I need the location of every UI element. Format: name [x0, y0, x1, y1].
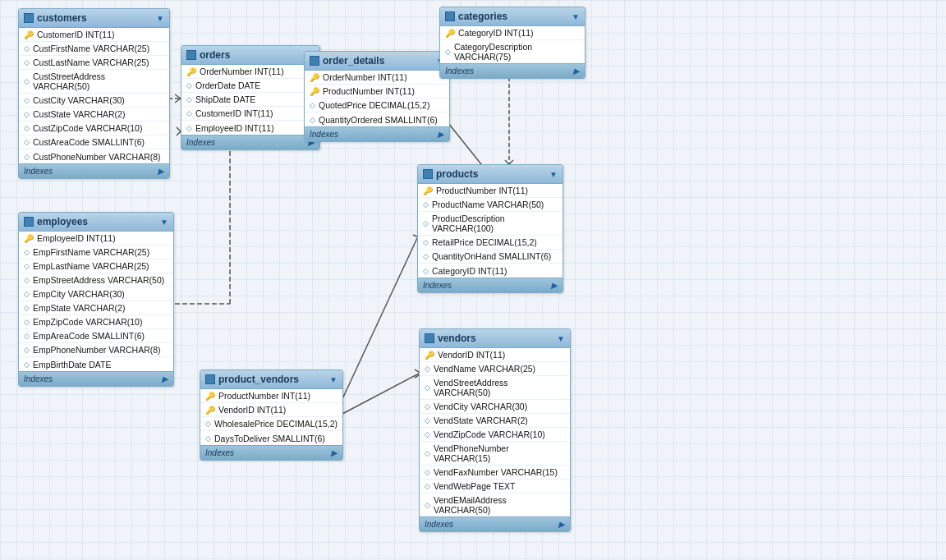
field-text: ProductNumber INT(11)	[323, 86, 415, 96]
field-text: EmpLastName VARCHAR(25)	[33, 261, 149, 271]
diamond-icon: ◇	[24, 153, 30, 161]
table-fields-employees: 🔑 EmployeeID INT(11) ◇ EmpFirstName VARC…	[19, 232, 173, 371]
indexes-bar-order-details[interactable]: Indexes ▶	[305, 126, 449, 141]
field-text: ProductDescription VARCHAR(100)	[432, 213, 558, 233]
table-fields-vendors: 🔑 VendorID INT(11) ◇ VendName VARCHAR(25…	[420, 348, 570, 516]
field-row: ◇ EmpStreetAddress VARCHAR(50)	[19, 273, 173, 287]
svg-line-1	[175, 94, 181, 99]
indexes-arrow: ▶	[573, 67, 580, 76]
table-arrow-vendors[interactable]: ▼	[557, 334, 565, 343]
field-text: EmpCity VARCHAR(30)	[33, 289, 125, 299]
key-icon: 🔑	[310, 73, 319, 82]
indexes-bar-categories[interactable]: Indexes ▶	[440, 63, 585, 78]
field-row: 🔑 VendorID INT(11)	[200, 403, 342, 417]
diamond-icon: ◇	[423, 267, 429, 275]
field-text: QuantityOnHand SMALLINT(6)	[432, 251, 551, 261]
table-icon-product-vendors	[205, 374, 215, 384]
diamond-icon: ◇	[24, 346, 30, 354]
indexes-label: Indexes	[186, 138, 215, 147]
diamond-icon: ◇	[425, 482, 430, 490]
field-row: ◇ CustomerID INT(11)	[181, 107, 319, 121]
indexes-arrow: ▶	[438, 130, 444, 139]
diamond-icon: ◇	[24, 276, 30, 284]
table-name-customers: customers	[37, 12, 87, 24]
field-text: QuotedPrice DECIMAL(15,2)	[319, 100, 429, 110]
field-row: ◇ VendWebPage TEXT	[420, 480, 570, 493]
svg-line-27	[341, 374, 419, 415]
field-row: 🔑 EmployeeID INT(11)	[19, 232, 173, 246]
table-icon-customers	[24, 13, 34, 23]
field-text: ShipDate DATE	[195, 94, 255, 104]
indexes-bar-vendors[interactable]: Indexes ▶	[420, 516, 570, 531]
table-arrow-product-vendors[interactable]: ▼	[329, 375, 338, 384]
diamond-icon: ◇	[24, 96, 30, 104]
diamond-icon: ◇	[310, 101, 315, 109]
field-text: VendEMailAddress VARCHAR(50)	[434, 495, 565, 515]
field-text: VendCity VARCHAR(30)	[434, 402, 527, 411]
table-icon-employees	[24, 217, 34, 227]
field-row: ◇ ShipDate DATE	[181, 93, 319, 107]
field-row: ◇ VendEMailAddress VARCHAR(50)	[420, 493, 570, 516]
table-icon-vendors	[425, 333, 434, 343]
table-name-vendors: vendors	[438, 333, 476, 344]
field-text: VendState VARCHAR(2)	[434, 415, 528, 425]
indexes-bar-products[interactable]: Indexes ▶	[418, 278, 563, 292]
table-header-customers: customers ▼	[19, 9, 169, 28]
field-row: ◇ QuantityOrdered SMALLINT(6)	[305, 112, 449, 126]
diamond-icon: ◇	[24, 318, 30, 326]
diamond-icon: ◇	[310, 116, 315, 124]
field-row: 🔑 OrderNumber INT(11)	[181, 65, 319, 79]
field-row: ◇ QuantityOnHand SMALLINT(6)	[418, 250, 563, 264]
indexes-bar-customers[interactable]: Indexes ▶	[19, 163, 169, 178]
field-row: ◇ EmpBirthDate DATE	[19, 357, 173, 371]
field-row: ◇ CategoryID INT(11)	[418, 264, 563, 278]
diamond-icon: ◇	[24, 290, 30, 298]
field-row: ◇ CustCity VARCHAR(30)	[19, 94, 169, 108]
field-row: ◇ VendState VARCHAR(2)	[420, 414, 570, 428]
table-arrow-customers[interactable]: ▼	[156, 14, 164, 23]
table-arrow-products[interactable]: ▼	[549, 170, 558, 179]
table-arrow-categories[interactable]: ▼	[572, 12, 580, 21]
diamond-icon: ◇	[205, 420, 211, 428]
field-text: WholesalePrice DECIMAL(15,2)	[214, 419, 338, 429]
key-icon: 🔑	[423, 186, 433, 195]
table-name-categories: categories	[458, 11, 507, 22]
field-row: ◇ EmpPhoneNumber VARCHAR(8)	[19, 343, 173, 357]
table-fields-product-vendors: 🔑 ProductNumber INT(11) 🔑 VendorID INT(1…	[200, 389, 342, 445]
indexes-bar-product-vendors[interactable]: Indexes ▶	[200, 445, 342, 460]
table-products: products ▼ 🔑 ProductNumber INT(11) ◇ Pro…	[417, 164, 563, 293]
table-order-details: order_details ▼ 🔑 OrderNumber INT(11) 🔑 …	[304, 51, 450, 142]
field-row: ◇ VendFaxNumber VARCHAR(15)	[420, 466, 570, 480]
indexes-bar-employees[interactable]: Indexes ▶	[19, 371, 173, 386]
field-text: CustLastName VARCHAR(25)	[33, 57, 149, 67]
indexes-bar-orders[interactable]: Indexes ▶	[181, 135, 319, 149]
field-text: ProductNumber INT(11)	[218, 391, 310, 401]
field-text: CustAreaCode SMALLINT(6)	[33, 137, 145, 147]
field-text: CustomerID INT(11)	[37, 30, 115, 39]
table-header-employees: employees ▼	[19, 213, 173, 232]
field-row: ◇ VendName VARCHAR(25)	[420, 362, 570, 376]
diamond-icon: ◇	[445, 48, 451, 56]
field-row: 🔑 ProductNumber INT(11)	[418, 184, 563, 198]
table-fields-products: 🔑 ProductNumber INT(11) ◇ ProductName VA…	[418, 184, 563, 278]
field-text: DaysToDeliver SMALLINT(6)	[214, 434, 325, 443]
table-arrow-employees[interactable]: ▼	[160, 218, 168, 227]
field-text: CustStreetAddress VARCHAR(50)	[33, 71, 164, 91]
diamond-icon: ◇	[24, 58, 30, 67]
field-text: VendPhoneNumber VARCHAR(15)	[434, 443, 565, 463]
table-icon-categories	[445, 11, 455, 21]
key-icon: 🔑	[445, 29, 455, 38]
table-header-order-details: order_details ▼	[305, 52, 449, 71]
field-row: ◇ VendStreetAddress VARCHAR(50)	[420, 376, 570, 400]
table-fields-order-details: 🔑 OrderNumber INT(11) 🔑 ProductNumber IN…	[305, 71, 449, 126]
diamond-icon: ◇	[24, 360, 30, 369]
diamond-icon: ◇	[425, 383, 430, 392]
field-row: ◇ CustState VARCHAR(2)	[19, 108, 169, 122]
field-text: RetailPrice DECIMAL(15,2)	[432, 237, 537, 247]
table-product-vendors: product_vendors ▼ 🔑 ProductNumber INT(11…	[200, 370, 343, 461]
field-text: EmployeeID INT(11)	[37, 233, 116, 243]
table-categories: categories ▼ 🔑 CategoryID INT(11) ◇ Cate…	[439, 7, 586, 79]
field-text: CustFirstName VARCHAR(25)	[33, 44, 149, 53]
svg-line-2	[175, 99, 181, 103]
table-fields-orders: 🔑 OrderNumber INT(11) ◇ OrderDate DATE ◇…	[181, 65, 319, 135]
